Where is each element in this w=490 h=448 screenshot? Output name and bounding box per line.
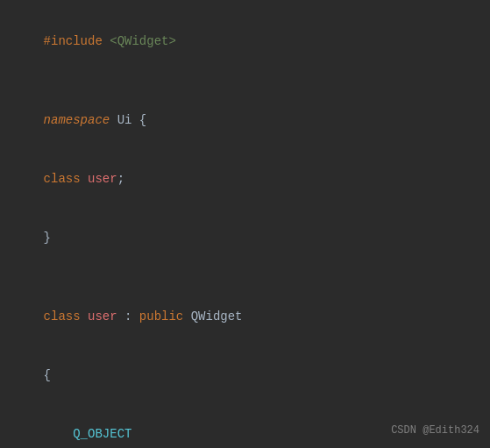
code-line-3: namespace Ui { <box>14 91 476 150</box>
code-line-8: { <box>14 346 476 405</box>
code-line-5: } <box>14 209 476 267</box>
keyword-class1: class <box>44 172 88 186</box>
semicolon1: ; <box>117 172 124 186</box>
include-header: <QWidget> <box>110 34 176 48</box>
keyword-public1: public <box>139 309 191 324</box>
namespace-ui: Ui { <box>117 113 147 127</box>
preprocessor-include: #include <box>44 34 110 48</box>
watermark: CSDN @Edith324 <box>391 420 479 439</box>
qwidget-name: QWidget <box>191 309 243 324</box>
code-line-1: #include <QWidget> <box>14 12 476 71</box>
close-brace1: } <box>44 231 51 245</box>
code-line-2 <box>14 71 476 90</box>
watermark-text: CSDN @Edith324 <box>391 424 479 437</box>
open-brace2: { <box>44 368 51 382</box>
code-line-7: class user : public QWidget <box>14 287 476 345</box>
colon-space: : <box>117 309 139 324</box>
classname-user2: user <box>88 309 117 324</box>
indent1 <box>44 427 74 441</box>
q-object-macro: Q_OBJECT <box>73 427 131 441</box>
code-line-4: class user; <box>14 150 476 209</box>
keyword-class2: class <box>44 309 88 324</box>
classname-user1: user <box>88 172 117 186</box>
code-line-6 <box>14 267 476 287</box>
keyword-namespace: namespace <box>44 113 117 127</box>
code-editor: #include <QWidget> namespace Ui { class … <box>0 0 490 448</box>
